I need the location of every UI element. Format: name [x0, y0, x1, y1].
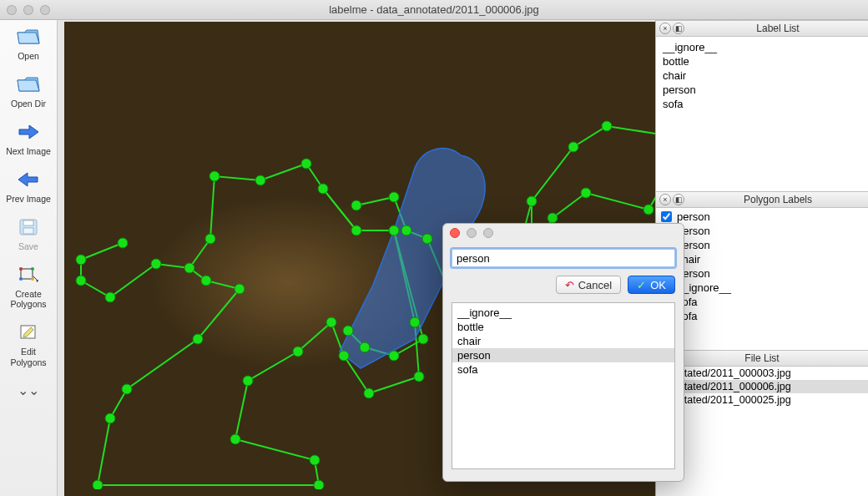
svg-point-14 [184, 263, 194, 273]
open-label: Open [18, 51, 39, 61]
dialog-titlebar[interactable] [443, 224, 684, 242]
undock-icon[interactable]: ◧ [673, 23, 684, 34]
file-list[interactable]: annotated/2011_000003.jpgannotated/2011_… [656, 367, 868, 407]
list-item[interactable]: person [659, 224, 865, 238]
svg-point-18 [301, 159, 311, 169]
svg-point-28 [243, 376, 253, 386]
svg-point-36 [235, 284, 245, 294]
svg-point-16 [209, 171, 220, 181]
svg-point-40 [401, 225, 411, 235]
svg-rect-1 [23, 220, 33, 225]
zoom-icon [483, 228, 493, 238]
chevron-down-icon[interactable]: ⌄⌄ [18, 382, 39, 398]
file-list-title: File List [656, 352, 868, 364]
svg-point-9 [118, 238, 128, 248]
item-label: __ignore__ [677, 281, 731, 294]
folder-open-icon [15, 73, 42, 96]
list-item[interactable]: annotated/2011_000003.jpg [656, 367, 868, 380]
svg-rect-3 [21, 269, 33, 279]
close-icon[interactable] [450, 228, 460, 238]
save-button: Save [15, 215, 42, 251]
open-dir-label: Open Dir [11, 99, 46, 109]
list-item[interactable]: chair [452, 334, 674, 348]
svg-point-25 [339, 351, 349, 361]
svg-point-32 [93, 480, 103, 489]
file-list-header: File List [656, 350, 868, 367]
arrow-left-icon [15, 168, 42, 191]
list-item[interactable]: __ignore__ [452, 306, 674, 320]
label-list-title: Label List [688, 23, 868, 34]
list-item[interactable]: person [663, 83, 861, 97]
window-titlebar: labelme - data_annotated/2011_000006.jpg [0, 0, 868, 20]
list-item[interactable]: chair [659, 252, 865, 266]
label-list[interactable]: __ignore__bottlechairpersonsofa [656, 37, 868, 191]
label-options-list[interactable]: __ignore__bottlechairpersonsofa [452, 302, 675, 469]
list-item[interactable]: sofa [452, 362, 674, 377]
svg-point-12 [105, 292, 115, 302]
svg-point-49 [643, 205, 654, 215]
open-button[interactable]: Open [15, 25, 42, 61]
next-image-button[interactable]: Next Image [6, 120, 51, 156]
label-input[interactable] [452, 249, 675, 267]
svg-point-37 [201, 276, 211, 286]
svg-point-15 [205, 234, 215, 244]
prev-label: Prev Image [6, 194, 51, 204]
svg-point-56 [343, 326, 353, 336]
svg-point-4 [19, 267, 23, 271]
edit-polygons-button[interactable]: Edit Polygons [10, 321, 46, 367]
cancel-button[interactable]: ↶ Cancel [556, 276, 621, 294]
list-item[interactable]: person [659, 266, 865, 281]
edit-label: Edit Polygons [10, 347, 46, 367]
save-label: Save [18, 241, 38, 251]
undock-icon[interactable]: ◧ [673, 194, 684, 205]
svg-point-33 [105, 413, 115, 423]
svg-point-53 [418, 334, 428, 344]
svg-point-26 [326, 317, 336, 327]
close-window-icon[interactable] [7, 5, 17, 15]
create-polygons-button[interactable]: Create Polygons [10, 263, 46, 309]
svg-point-10 [76, 255, 86, 265]
open-dir-button[interactable]: Open Dir [11, 73, 46, 109]
svg-point-23 [414, 372, 424, 382]
list-item[interactable]: bottle [663, 54, 861, 68]
list-item[interactable]: person [659, 210, 865, 224]
checkbox[interactable] [661, 211, 672, 222]
create-label: Create Polygons [10, 289, 46, 309]
close-icon[interactable]: × [659, 194, 671, 205]
list-item[interactable]: bottle [452, 320, 674, 334]
prev-image-button[interactable]: Prev Image [6, 168, 51, 204]
list-item[interactable]: sofa [659, 309, 865, 323]
list-item[interactable]: __ignore__ [663, 40, 861, 54]
svg-point-54 [389, 351, 399, 361]
arrow-right-icon [15, 120, 42, 144]
svg-point-13 [151, 259, 161, 269]
svg-point-35 [193, 334, 203, 344]
left-toolbar: Open Open Dir Next Image Prev Image Save [0, 20, 58, 496]
polygon-labels-title: Polygon Labels [688, 194, 868, 205]
list-item[interactable]: chair [663, 68, 861, 83]
list-item[interactable]: annotated/2011_000006.jpg [656, 380, 868, 393]
svg-rect-2 [23, 228, 33, 234]
list-item[interactable]: __ignore__ [659, 281, 865, 295]
svg-point-24 [364, 388, 374, 398]
list-item[interactable]: sofa [663, 97, 861, 111]
svg-point-46 [602, 121, 612, 131]
polygon-labels-list[interactable]: personpersonpersonchairperson__ignore__s… [656, 208, 868, 325]
check-icon: ✓ [637, 279, 646, 291]
close-icon[interactable]: × [659, 23, 671, 34]
minimize-window-icon[interactable] [23, 5, 33, 15]
svg-point-30 [310, 455, 320, 465]
svg-point-17 [255, 175, 265, 185]
floppy-icon [15, 215, 42, 239]
minimize-icon [467, 228, 477, 238]
list-item[interactable]: person [659, 238, 865, 252]
list-item[interactable]: sofa [659, 295, 865, 309]
ok-button[interactable]: ✓ OK [628, 276, 675, 294]
list-item[interactable]: annotated/2011_000025.jpg [656, 393, 868, 407]
right-sidebar: × ◧ Label List __ignore__bottlechairpers… [655, 20, 868, 496]
svg-point-7 [31, 277, 34, 281]
svg-point-6 [19, 277, 23, 281]
zoom-window-icon[interactable] [40, 5, 50, 15]
svg-point-55 [360, 342, 370, 352]
list-item[interactable]: person [452, 348, 674, 362]
